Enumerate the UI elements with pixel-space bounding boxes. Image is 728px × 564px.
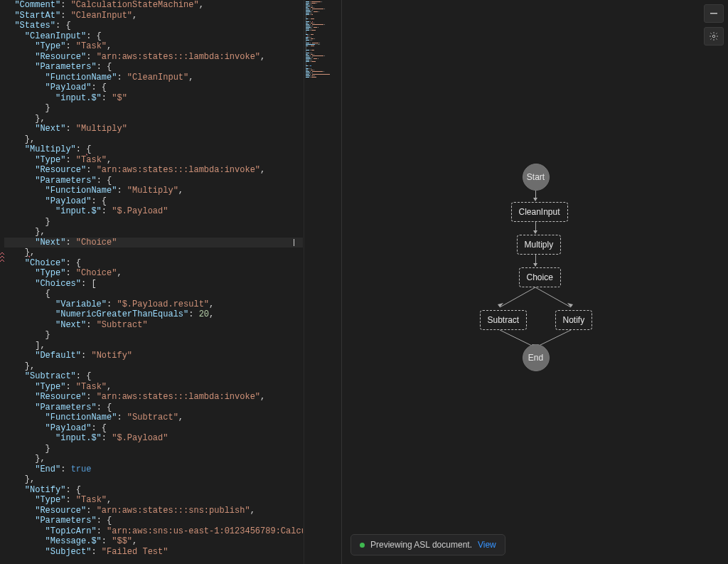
code-line[interactable]: "Parameters": { <box>4 62 303 73</box>
app-root: "Comment": "CalculationStateMachine", "S… <box>0 0 728 564</box>
code-line[interactable]: }, <box>4 248 303 258</box>
code-line[interactable]: ], <box>4 341 303 351</box>
code-line[interactable]: "Default": "Notify" <box>4 351 303 361</box>
svg-line-2 <box>500 287 535 307</box>
editor-pane[interactable]: "Comment": "CalculationStateMachine", "S… <box>0 0 342 564</box>
code-line[interactable]: "Payload": { <box>4 196 303 207</box>
state-machine-graph: Start CleanInput Multiply Choice Subtrac… <box>450 164 621 370</box>
code-line[interactable]: }, <box>4 227 303 238</box>
choice-branches <box>450 287 621 312</box>
svg-rect-0 <box>710 13 717 14</box>
code-line[interactable]: "CleanInput": { <box>4 31 303 42</box>
code-line[interactable]: "Choices": [ <box>4 279 303 289</box>
preview-pane: Start CleanInput Multiply Choice Subtrac… <box>342 0 728 564</box>
code-line[interactable]: "input.$": "$.Payload" <box>4 206 303 217</box>
code-line[interactable]: "FunctionName": "Subtract", <box>4 413 303 423</box>
code-line[interactable]: }, <box>4 474 303 485</box>
code-line[interactable]: "StartAt": "CleanInput", <box>4 11 303 21</box>
node-choice[interactable]: Choice <box>519 267 561 287</box>
code-line[interactable]: "Multiply": { <box>4 144 303 155</box>
code-line[interactable]: "Subtract": { <box>4 371 303 382</box>
svg-line-7 <box>539 330 571 346</box>
code-line[interactable]: "Choice": { <box>4 258 303 269</box>
code-line[interactable]: }, <box>4 361 303 372</box>
code-line[interactable]: "Message.$": "$$", <box>4 536 303 547</box>
code-line[interactable]: "Parameters": { <box>4 516 303 526</box>
node-subtract[interactable]: Subtract <box>480 310 528 330</box>
code-line[interactable]: "Type": "Task", <box>4 382 303 393</box>
status-view-link[interactable]: View <box>478 540 496 550</box>
code-line[interactable]: "Parameters": { <box>4 176 303 186</box>
code-line[interactable]: "Variable": "$.Payload.result", <box>4 299 303 310</box>
code-line[interactable]: "Next": "Multiply" <box>4 124 303 134</box>
status-text: Previewing ASL document. <box>370 540 472 550</box>
settings-button[interactable] <box>704 27 724 46</box>
node-end[interactable]: End <box>523 344 550 371</box>
arrow <box>535 189 536 201</box>
code-line[interactable]: "Subject": "Failed Test" <box>4 547 303 558</box>
status-dot-icon <box>360 543 365 548</box>
minus-icon <box>710 9 718 18</box>
code-line[interactable]: "Resource": "arn:aws:states:::lambda:inv… <box>4 165 303 176</box>
node-multiply[interactable]: Multiply <box>517 235 562 255</box>
code-line[interactable]: "Comment": "CalculationStateMachine", <box>4 0 303 11</box>
code-line[interactable]: "NumericGreaterThanEquals": 20, <box>4 309 303 320</box>
code-line[interactable]: "Parameters": { <box>4 403 303 413</box>
code-line[interactable]: }, <box>4 454 303 464</box>
code-line[interactable]: }, <box>4 134 303 145</box>
code-line[interactable]: "input.$": "$.Payload" <box>4 433 303 444</box>
svg-point-1 <box>712 35 715 38</box>
svg-line-4 <box>535 287 571 307</box>
code-line[interactable]: } <box>4 217 303 228</box>
preview-toolbar <box>704 4 724 46</box>
code-line[interactable]: "Type": "Task", <box>4 41 303 52</box>
code-line[interactable]: "Next": "Choice" <box>4 238 303 248</box>
code-line[interactable]: }, <box>4 114 303 124</box>
arrow <box>535 222 536 233</box>
node-start[interactable]: Start <box>523 164 550 191</box>
code-line[interactable]: "States": { <box>4 21 303 31</box>
gear-icon <box>709 31 719 41</box>
code-line[interactable]: "Payload": { <box>4 423 303 434</box>
code-line[interactable]: "TopicArn": "arn:aws:sns:us-east-1:01234… <box>4 526 303 537</box>
code-line[interactable]: "FunctionName": "CleanInput", <box>4 73 303 83</box>
node-cleaninput[interactable]: CleanInput <box>511 202 568 222</box>
code-line[interactable]: "End": true <box>4 464 303 475</box>
code-line[interactable]: "Notify": { <box>4 485 303 496</box>
collapse-button[interactable] <box>704 4 724 23</box>
code-line[interactable]: "Resource": "arn:aws:states:::lambda:inv… <box>4 52 303 63</box>
code-line[interactable]: "Next": "Subtract" <box>4 320 303 331</box>
arrow <box>535 255 536 266</box>
svg-line-6 <box>500 330 532 346</box>
code-line[interactable]: } <box>4 330 303 341</box>
code-line[interactable]: } <box>4 103 303 114</box>
error-gutter-marker <box>0 252 4 262</box>
code-line[interactable]: "input.$": "$" <box>4 93 303 104</box>
code-line[interactable]: "Resource": "arn:aws:states:::lambda:inv… <box>4 392 303 403</box>
node-notify[interactable]: Notify <box>555 310 593 330</box>
code-line[interactable]: "Resource": "arn:aws:states:::sns:publis… <box>4 506 303 516</box>
status-bubble: Previewing ASL document. View <box>350 534 505 555</box>
code-line[interactable]: } <box>4 444 303 454</box>
code-line[interactable]: "Type": "Task", <box>4 495 303 506</box>
code-line[interactable]: "Type": "Choice", <box>4 268 303 279</box>
code-line[interactable]: { <box>4 289 303 299</box>
code-area[interactable]: "Comment": "CalculationStateMachine", "S… <box>4 0 303 564</box>
code-line[interactable]: "FunctionName": "Multiply", <box>4 186 303 196</box>
minimap[interactable] <box>304 0 341 564</box>
code-line[interactable]: "Payload": { <box>4 83 303 93</box>
code-line[interactable]: "Type": "Task", <box>4 155 303 166</box>
